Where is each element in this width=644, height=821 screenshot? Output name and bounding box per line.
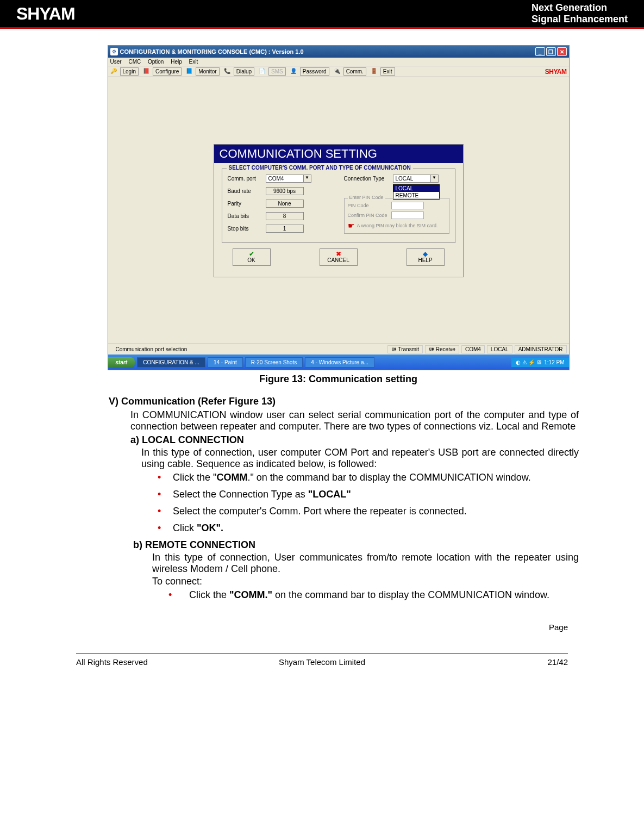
bullets-a: Click the "COMM." on the command bar to … xyxy=(158,472,579,534)
heading-b: b) REMOTE CONNECTION xyxy=(133,539,601,551)
conn-type-dropdown[interactable]: LOCAL REMOTE xyxy=(393,184,440,200)
toolbar-exit[interactable]: 🚪 Exit xyxy=(371,67,395,76)
pin-code-label: PIN Code xyxy=(348,203,391,208)
key-icon: 🔑 xyxy=(110,68,118,76)
chevron-down-icon[interactable]: ▼ xyxy=(431,175,439,183)
main-workspace: COMMUNICATION SETTING SELECT COMPUTER'S … xyxy=(108,77,569,344)
cancel-button[interactable]: ✖ CANCEL xyxy=(320,248,358,266)
conn-type-combo[interactable]: LOCAL ▼ xyxy=(393,175,439,183)
warning-icon: ☛ xyxy=(348,221,355,230)
form-grid: Comm. port COM4 ▼ Baud rate 9600 bps xyxy=(228,175,449,237)
chevron-down-icon[interactable]: ▼ xyxy=(304,175,311,183)
close-button[interactable]: ✕ xyxy=(557,47,567,56)
status-message: Communication port selection xyxy=(112,346,385,353)
toolbar-login[interactable]: 🔑 Login xyxy=(110,67,139,76)
taskbar-item-3[interactable]: R-20 Screen Shots xyxy=(245,357,303,368)
parity-label: Parity xyxy=(228,201,266,207)
comm-port-row: Comm. port COM4 ▼ xyxy=(228,175,333,183)
toolbar-brand: SHYAM xyxy=(545,68,567,76)
minimize-button[interactable]: _ xyxy=(535,47,545,56)
help-icon: ◆ xyxy=(423,251,428,257)
pin-group-title: Enter PIN Code xyxy=(348,195,385,200)
monitor-icon: 📘 xyxy=(186,68,193,76)
start-button[interactable]: start xyxy=(108,357,135,368)
stopbits-label: Stop bits xyxy=(228,226,266,232)
toolbar-sms: 📄 SMS xyxy=(259,67,286,76)
comm-port-combo[interactable]: COM4 ▼ xyxy=(266,175,311,183)
menu-cmc[interactable]: CMC xyxy=(128,59,141,65)
check-icon: ✔ xyxy=(249,251,254,257)
page-label: Page xyxy=(0,623,568,632)
menu-user[interactable]: User xyxy=(110,59,122,65)
footer-center: Shyam Telecom Limited xyxy=(240,657,404,667)
confirm-pin-input[interactable] xyxy=(391,212,424,219)
bullets-b: Click the "COMM." on the command bar to … xyxy=(168,589,579,601)
dialog-title: COMMUNICATION SETTING xyxy=(214,145,463,163)
dialup-icon: 📞 xyxy=(224,68,232,76)
toolbar-configure[interactable]: 📕 Configure xyxy=(143,67,182,76)
pin-code-input[interactable] xyxy=(391,202,424,209)
menu-exit[interactable]: Exit xyxy=(189,59,198,65)
help-button[interactable]: ◆ HELP xyxy=(407,248,445,266)
warning-text: A wrong PIN may block the SIM card. xyxy=(357,223,438,228)
conn-type-value[interactable]: LOCAL xyxy=(393,175,431,183)
system-tray[interactable]: ◐ ⚠ ⚡ 🖥 1:12 PM xyxy=(511,358,569,367)
clock: 1:12 PM xyxy=(544,359,564,365)
password-button[interactable]: Password xyxy=(300,67,329,76)
status-transmit: 🖳 Transmit xyxy=(387,345,423,353)
bullet-a2: Select the Connection Type as "LOCAL" xyxy=(158,489,579,500)
parity-row: Parity None xyxy=(228,200,333,208)
taskbar-item-4[interactable]: 4 - Windows Picture a... xyxy=(305,357,374,368)
cancel-label: CANCEL xyxy=(327,257,349,263)
menu-option[interactable]: Option xyxy=(148,59,164,65)
status-user: ADMINISTRATOR xyxy=(515,345,567,353)
pin-groupbox: Enter PIN Code PIN Code Confirm PIN Code xyxy=(344,198,449,234)
page-footer: All Rights Reserved Shyam Telecom Limite… xyxy=(76,654,568,667)
comm-port-value[interactable]: COM4 xyxy=(266,175,304,183)
comm-button[interactable]: Comm. xyxy=(343,67,366,76)
window-title: CONFIGURATION & MONITORING CONSOLE (CMC)… xyxy=(120,48,535,55)
taskbar-item-1[interactable]: CONFIGURATION & ... xyxy=(137,357,205,368)
status-port: COM4 xyxy=(461,345,485,353)
para-a: In this type of connection, user compute… xyxy=(141,447,579,470)
taskbar-item-2[interactable]: 14 - Paint xyxy=(208,357,243,368)
brand-logo: SHYAM xyxy=(16,4,532,24)
footer-right: 21/42 xyxy=(404,657,568,667)
menu-help[interactable]: Help xyxy=(171,59,182,65)
bullet-a3: Select the computer's Comm. Port where t… xyxy=(158,506,579,517)
baud-value: 9600 bps xyxy=(266,187,304,195)
dialog-body: SELECT COMPUTER'S COMM. PORT AND TYPE OF… xyxy=(214,163,463,277)
tagline-line1: Next Generation xyxy=(532,2,628,14)
toolbar-monitor[interactable]: 📘 Monitor xyxy=(186,67,219,76)
tray-icon: ◐ ⚠ ⚡ 🖥 xyxy=(516,359,542,365)
stopbits-value: 1 xyxy=(266,225,304,233)
baud-row: Baud rate 9600 bps xyxy=(228,187,333,195)
cancel-icon: ✖ xyxy=(336,251,341,257)
configure-button[interactable]: Configure xyxy=(153,67,182,76)
toolbar-dialup[interactable]: 📞 Dialup xyxy=(224,67,254,76)
figure-caption: Figure 13: Communication setting xyxy=(76,374,601,385)
para-v: In COMMUNICATION window user can select … xyxy=(130,409,579,432)
footer-left: All Rights Reserved xyxy=(76,657,240,667)
conn-type-row: Connection Type LOCAL ▼ xyxy=(344,175,449,183)
status-mode: LOCAL xyxy=(487,345,512,353)
maximize-button[interactable]: ❐ xyxy=(546,47,556,56)
sms-icon: 📄 xyxy=(259,68,266,76)
statusbar: Communication port selection 🖳 Transmit … xyxy=(108,344,569,354)
dialup-button[interactable]: Dialup xyxy=(234,67,254,76)
toolbar-comm[interactable]: 🔌 Comm. xyxy=(334,67,366,76)
databits-value: 8 xyxy=(266,212,304,220)
exit-button[interactable]: Exit xyxy=(380,67,395,76)
baud-label: Baud rate xyxy=(228,188,266,194)
toolbar-password[interactable]: 👤 Password xyxy=(290,67,329,76)
parity-value: None xyxy=(266,200,304,208)
login-button[interactable]: Login xyxy=(120,67,139,76)
toolbar: 🔑 Login 📕 Configure 📘 Monitor 📞 Dialup 📄… xyxy=(108,66,569,77)
dropdown-option-local[interactable]: LOCAL xyxy=(393,185,439,192)
pin-code-row: PIN Code xyxy=(348,202,446,209)
monitor-button[interactable]: Monitor xyxy=(196,67,219,76)
ok-button[interactable]: ✔ OK xyxy=(233,248,271,266)
configure-icon: 📕 xyxy=(143,68,151,76)
receive-icon: 🖳 xyxy=(429,346,436,352)
sms-button: SMS xyxy=(268,67,286,76)
